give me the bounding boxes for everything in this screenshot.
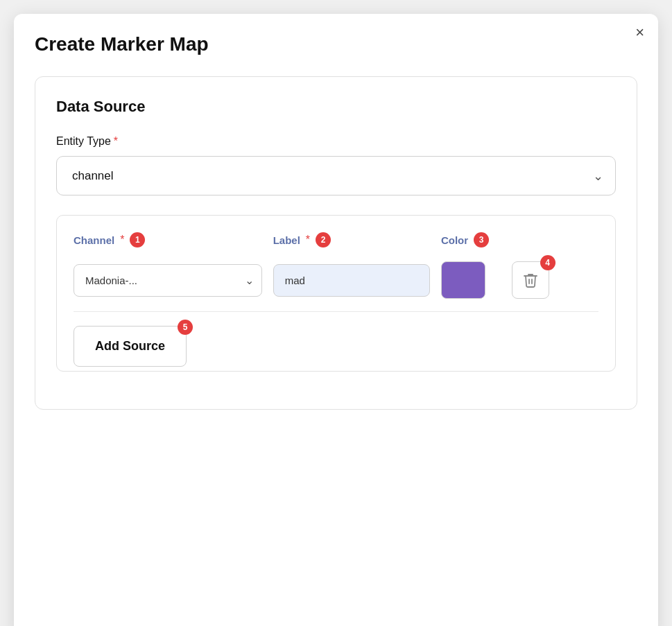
sources-card: Channel * 1 Label * 2 Color 3 xyxy=(56,215,616,372)
add-source-button[interactable]: Add Source 5 xyxy=(74,326,187,367)
delete-row-button[interactable]: 4 xyxy=(512,261,549,299)
card-title: Data Source xyxy=(56,98,616,116)
close-button[interactable]: × xyxy=(635,25,644,40)
data-source-card: Data Source Entity Type * channel device… xyxy=(35,76,637,410)
entity-type-select[interactable]: channel device location xyxy=(56,156,616,195)
col-color-text: Color xyxy=(441,234,468,246)
col-label-header: Label * 2 xyxy=(273,232,441,247)
color-swatch-wrapper xyxy=(441,261,504,299)
sources-header-row: Channel * 1 Label * 2 Color 3 xyxy=(74,232,598,247)
label-input[interactable] xyxy=(273,264,430,297)
col-channel-required: * xyxy=(120,234,124,246)
col-channel-header: Channel * 1 xyxy=(74,232,273,247)
delete-button-wrapper: 4 xyxy=(504,261,557,299)
entity-type-label: Entity Type * xyxy=(56,135,616,148)
entity-type-select-wrapper: channel device location ⌄ xyxy=(56,156,616,195)
badge-3: 3 xyxy=(474,232,489,247)
sources-inner: Channel * 1 Label * 2 Color 3 xyxy=(74,232,598,371)
badge-1: 1 xyxy=(130,232,145,247)
source-row: Madonia-... Channel A Channel B ⌄ xyxy=(74,261,598,299)
add-source-wrapper: Add Source 5 xyxy=(74,312,598,367)
entity-type-required: * xyxy=(114,135,118,148)
add-source-label: Add Source xyxy=(95,339,165,354)
entity-type-label-text: Entity Type xyxy=(56,135,111,148)
badge-5: 5 xyxy=(178,320,193,335)
badge-2: 2 xyxy=(316,232,331,247)
badge-4: 4 xyxy=(540,255,555,270)
create-marker-map-modal: × Create Marker Map Data Source Entity T… xyxy=(14,14,658,626)
col-label-required: * xyxy=(306,234,310,246)
col-color-header: Color 3 xyxy=(441,232,546,247)
channel-select-wrapper: Madonia-... Channel A Channel B ⌄ xyxy=(74,264,273,297)
col-label-text: Label xyxy=(273,234,300,246)
col-channel-label: Channel xyxy=(74,234,114,246)
label-input-wrapper xyxy=(273,264,441,297)
trash-icon xyxy=(524,272,537,288)
channel-select[interactable]: Madonia-... Channel A Channel B xyxy=(74,264,262,297)
color-swatch[interactable] xyxy=(441,261,485,299)
modal-title: Create Marker Map xyxy=(35,33,637,55)
